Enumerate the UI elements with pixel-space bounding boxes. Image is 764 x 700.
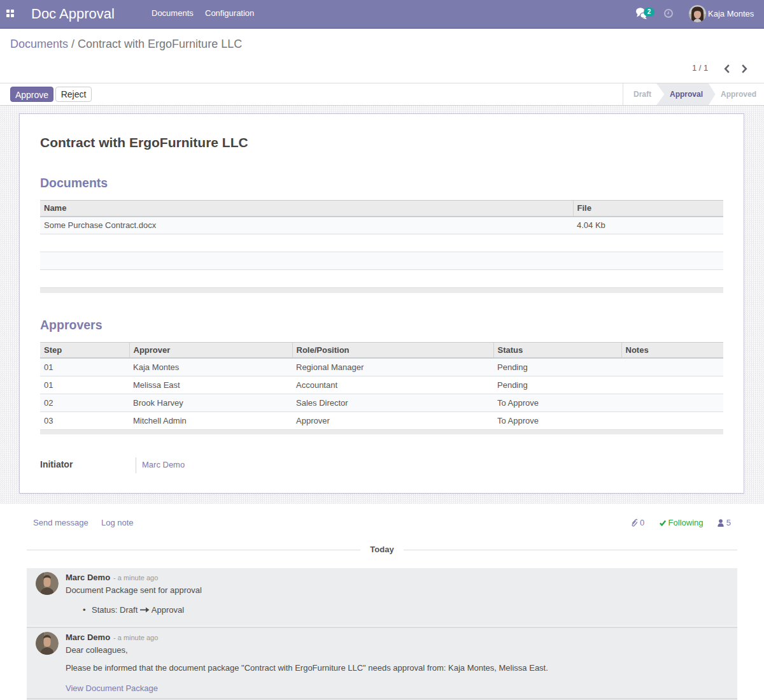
svg-text:Approved: Approved: [721, 90, 756, 99]
svg-text:Draft: Draft: [633, 90, 651, 99]
svg-text:Approval: Approval: [670, 90, 703, 99]
